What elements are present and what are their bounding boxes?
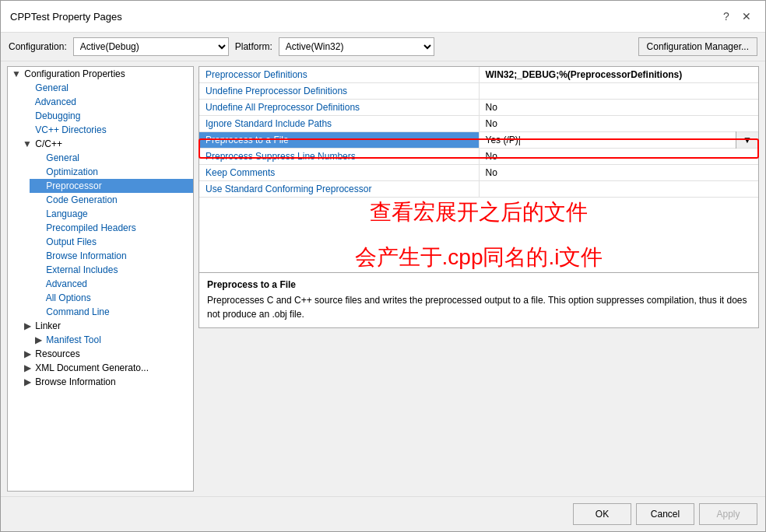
props-panel: Preprocessor Definitions WIN32;_DEBUG;%(…	[199, 66, 759, 273]
tree-link-manifest[interactable]: Manifest Tool	[46, 334, 100, 345]
prop-name-undef-defs[interactable]: Undefine Preprocessor Definitions	[199, 83, 479, 100]
tree-expander-resources: ▶	[22, 348, 33, 359]
tree-link-cmd-line[interactable]: Command Line	[46, 306, 109, 317]
tree-label-preprocessor: Preprocessor	[46, 180, 101, 191]
close-button[interactable]: ✕	[737, 7, 756, 26]
tree-item-advanced[interactable]: Advanced	[19, 95, 193, 109]
ok-button[interactable]: OK	[573, 503, 631, 525]
tree-expander-browse: ▶	[22, 376, 33, 387]
tree-item-optimization[interactable]: Optimization	[30, 165, 193, 179]
main-content: ▼ Configuration Properties General Advan…	[1, 61, 765, 496]
tree-item-general[interactable]: General	[19, 81, 193, 95]
prop-name-ignore-std[interactable]: Ignore Standard Include Paths	[199, 116, 479, 132]
tree-item-xml-doc[interactable]: ▶ XML Document Generato...	[19, 361, 193, 375]
tree-link-debugging[interactable]: Debugging	[35, 110, 80, 121]
tree-group-root: General Advanced Debugging VC++ Director…	[8, 81, 193, 389]
prop-value-ignore-std: No	[479, 116, 736, 132]
tree-group-cpp: General Optimization Preprocessor Code G…	[19, 151, 193, 319]
apply-button[interactable]: Apply	[699, 503, 757, 525]
tree-root-label: Configuration Properties	[24, 68, 125, 79]
tree-link-language[interactable]: Language	[46, 208, 87, 219]
prop-name-preprocess-file[interactable]: Preprocess to a File	[199, 132, 479, 149]
tree-item-cpp-general[interactable]: General	[30, 151, 193, 165]
title-bar: CPPTest Property Pages ? ✕	[1, 1, 765, 33]
prop-value-text: Yes (/P)|	[486, 135, 521, 145]
tree-root[interactable]: ▼ Configuration Properties	[8, 67, 193, 81]
tree-item-cpp-advanced[interactable]: Advanced	[30, 277, 193, 291]
prop-value-keep-comments: No	[479, 165, 736, 181]
prop-name-std-conforming[interactable]: Use Standard Conforming Preprocessor	[199, 181, 479, 198]
desc-body: Preprocesses C and C++ source files and …	[207, 293, 750, 321]
tree-item-browse-info[interactable]: Browse Information	[30, 249, 193, 263]
tree-link-code-gen[interactable]: Code Generation	[46, 194, 117, 205]
table-row-highlighted: Preprocess to a File Yes (/P)| ▼	[199, 132, 758, 149]
tree-item-output-files[interactable]: Output Files	[30, 235, 193, 249]
tree-item-cmd-line[interactable]: Command Line	[30, 305, 193, 319]
cancel-button[interactable]: Cancel	[636, 503, 694, 525]
prop-name-preprocessor-defs[interactable]: Preprocessor Definitions	[199, 67, 479, 83]
table-row: Preprocess Suppress Line Numbers No	[199, 149, 758, 165]
tree-label-linker: Linker	[35, 320, 61, 331]
tree-expander-root: ▼	[11, 68, 22, 79]
annotation-area: 查看宏展开之后的文件 会产生于.cpp同名的.i文件	[199, 198, 758, 272]
tree-link-all-options[interactable]: All Options	[46, 292, 91, 303]
prop-name-keep-comments[interactable]: Keep Comments	[199, 165, 479, 181]
config-manager-button[interactable]: Configuration Manager...	[638, 37, 757, 56]
tree-expander-xml: ▶	[22, 362, 33, 373]
dialog-title: CPPTest Property Pages	[10, 11, 122, 23]
tree-label-xml: XML Document Generato...	[35, 362, 149, 373]
tree-item-preprocessor[interactable]: Preprocessor	[30, 179, 193, 193]
table-row: Keep Comments No	[199, 165, 758, 181]
props-table: Preprocessor Definitions WIN32;_DEBUG;%(…	[199, 67, 758, 198]
annotation-text-1: 查看宏展开之后的文件	[370, 198, 588, 227]
config-select[interactable]: Active(Debug)	[73, 37, 229, 56]
tree-link-output-files[interactable]: Output Files	[46, 236, 97, 247]
tree-item-cpp[interactable]: ▼ C/C++	[19, 137, 193, 151]
title-bar-buttons: ? ✕	[717, 7, 756, 26]
tree-item-resources[interactable]: ▶ Resources	[19, 347, 193, 361]
table-row: Preprocessor Definitions WIN32;_DEBUG;%(…	[199, 67, 758, 83]
tree-link-general[interactable]: General	[35, 82, 69, 93]
annotation-text-2: 会产生于.cpp同名的.i文件	[355, 243, 603, 272]
config-label: Configuration:	[9, 41, 67, 52]
tree-item-ext-includes[interactable]: External Includes	[30, 263, 193, 277]
tree-link-cpp-advanced[interactable]: Advanced	[46, 278, 87, 289]
tree-item-linker[interactable]: ▶ Linker	[19, 319, 193, 333]
tree-link-cpp-general[interactable]: General	[46, 152, 79, 163]
prop-name-undef-all[interactable]: Undefine All Preprocessor Definitions	[199, 100, 479, 116]
tree-item-browse-info2[interactable]: ▶ Browse Information	[19, 375, 193, 389]
tree-item-code-gen[interactable]: Code Generation	[30, 193, 193, 207]
tree-item-debugging[interactable]: Debugging	[19, 109, 193, 123]
help-button[interactable]: ?	[717, 7, 736, 26]
prop-name-preprocess-suppress[interactable]: Preprocess Suppress Line Numbers	[199, 149, 479, 165]
tree-link-ext-includes[interactable]: External Includes	[46, 264, 118, 275]
tree-link-optimization[interactable]: Optimization	[46, 166, 98, 177]
platform-select[interactable]: Active(Win32)	[279, 37, 434, 56]
tree-expander-cpp: ▼	[22, 138, 33, 149]
tree-item-all-options[interactable]: All Options	[30, 291, 193, 305]
title-bar-left: CPPTest Property Pages	[10, 11, 122, 23]
tree-item-language[interactable]: Language	[30, 207, 193, 221]
tree-label-browse: Browse Information	[35, 376, 115, 387]
tree-link-vc-dirs[interactable]: VC++ Directories	[35, 124, 106, 135]
prop-value-undef-all: No	[479, 100, 736, 116]
tree-item-vc-dirs[interactable]: VC++ Directories	[19, 123, 193, 137]
tree-link-advanced[interactable]: Advanced	[35, 96, 76, 107]
tree-link-browse-info[interactable]: Browse Information	[46, 250, 126, 261]
prop-value-preprocess-file[interactable]: Yes (/P)|	[479, 132, 736, 149]
dropdown-arrow[interactable]: ▼	[736, 132, 758, 149]
tree-item-precompiled[interactable]: Precompiled Headers	[30, 221, 193, 235]
tree-panel: ▼ Configuration Properties General Advan…	[7, 66, 194, 492]
tree-link-precompiled[interactable]: Precompiled Headers	[46, 222, 135, 233]
table-row: Undefine All Preprocessor Definitions No	[199, 100, 758, 116]
right-panel: Preprocessor Definitions WIN32;_DEBUG;%(…	[199, 66, 759, 492]
table-row: Undefine Preprocessor Definitions	[199, 83, 758, 100]
bottom-bar: OK Cancel Apply	[1, 496, 765, 531]
config-bar: Configuration: Active(Debug) Platform: A…	[1, 33, 765, 61]
prop-value-undef-defs	[479, 83, 736, 100]
table-row: Ignore Standard Include Paths No	[199, 116, 758, 132]
platform-label: Platform:	[235, 41, 272, 52]
tree-item-manifest[interactable]: ▶ Manifest Tool	[19, 333, 193, 347]
prop-value-std-conforming	[479, 181, 736, 198]
prop-value-preprocess-suppress: No	[479, 149, 736, 165]
